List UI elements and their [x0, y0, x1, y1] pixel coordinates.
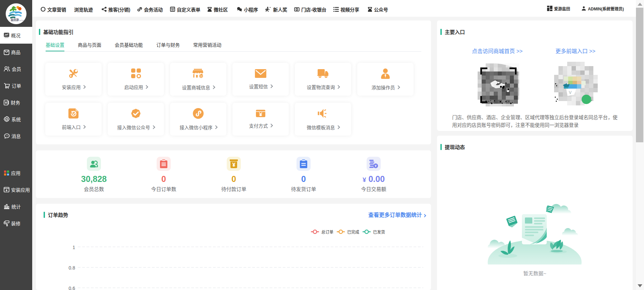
svg-text:YanTian: YanTian — [19, 20, 24, 21]
svg-text:盐田游: 盐田游 — [11, 18, 19, 21]
svg-text:V: V — [569, 90, 572, 95]
